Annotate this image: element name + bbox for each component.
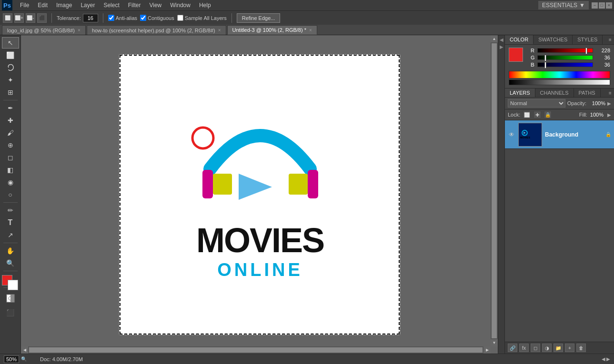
zoom-input[interactable] bbox=[4, 355, 19, 363]
eyedropper-tool[interactable]: ✒ bbox=[2, 102, 19, 114]
color-gray-bar[interactable] bbox=[509, 79, 610, 85]
b-slider[interactable] bbox=[537, 62, 593, 67]
magic-wand-tool[interactable]: ✦ bbox=[2, 74, 19, 86]
color-spectrum-bar[interactable] bbox=[509, 71, 610, 79]
sample-all-checkbox[interactable]: Sample All Layers bbox=[177, 15, 227, 21]
b-thumb[interactable] bbox=[544, 62, 546, 69]
r-slider[interactable] bbox=[537, 48, 593, 53]
dodge-tool[interactable]: ○ bbox=[2, 189, 19, 200]
tab-layers[interactable]: LAYERS bbox=[505, 89, 535, 97]
tab-styles[interactable]: STYLES bbox=[573, 35, 603, 44]
menu-window[interactable]: Window bbox=[166, 1, 194, 10]
contiguous-checkbox[interactable]: Contiguous bbox=[140, 15, 174, 21]
scroll-up-arrow[interactable]: ▲ bbox=[491, 35, 498, 42]
menu-help[interactable]: Help bbox=[195, 1, 215, 10]
blur-tool[interactable]: ◉ bbox=[2, 177, 19, 188]
tool-mode-subtract[interactable]: ⬜- bbox=[26, 13, 35, 23]
tab-close-3[interactable]: × bbox=[309, 28, 312, 33]
scroll-y-thumb[interactable] bbox=[492, 43, 497, 338]
refine-edge-button[interactable]: Refine Edge... bbox=[237, 13, 281, 23]
lock-position-icon[interactable]: ✚ bbox=[533, 111, 541, 118]
tolerance-input[interactable] bbox=[83, 14, 98, 22]
status-right-arrow[interactable]: ▶ bbox=[606, 356, 610, 362]
crop-tool[interactable]: ⊞ bbox=[2, 87, 19, 98]
restore-button[interactable]: □ bbox=[599, 2, 605, 9]
scroll-x-thumb[interactable] bbox=[29, 347, 483, 353]
tab-close-1[interactable]: × bbox=[78, 28, 81, 33]
healing-tool[interactable]: ✚ bbox=[2, 115, 19, 126]
menu-layer[interactable]: Layer bbox=[77, 1, 99, 10]
r-thumb[interactable] bbox=[585, 48, 587, 54]
tab-logo-id[interactable]: logo_id.jpg @ 50% (RGB/8#) × bbox=[2, 25, 86, 35]
tool-mode-new[interactable]: ⬜ bbox=[3, 13, 12, 23]
color-preview-swatch[interactable] bbox=[509, 48, 523, 62]
screen-mode-btn[interactable]: ⬛ bbox=[2, 307, 19, 318]
tool-mode-add[interactable]: ⬜+ bbox=[14, 13, 24, 23]
lock-all-icon[interactable]: 🔒 bbox=[544, 111, 552, 118]
status-left-arrow[interactable]: ◀ bbox=[602, 356, 605, 362]
opacity-arrow-icon[interactable]: ▶ bbox=[607, 101, 611, 106]
g-slider[interactable] bbox=[537, 55, 593, 60]
tab-color[interactable]: COLOR bbox=[505, 35, 533, 44]
layer-link-button[interactable]: 🔗 bbox=[508, 344, 517, 352]
lock-pixels-icon[interactable]: ⬜ bbox=[523, 111, 531, 118]
opacity-value: 100% bbox=[588, 100, 605, 106]
blend-mode-select[interactable]: Normal bbox=[508, 99, 565, 108]
canvas-horizontal-scrollbar[interactable]: ◀ ▶ bbox=[21, 346, 491, 354]
fill-arrow-icon[interactable]: ▶ bbox=[607, 112, 611, 118]
essentials-button[interactable]: ESSENTIALS ▼ bbox=[538, 1, 589, 10]
panel-collapse-arrow[interactable]: ◀ ▶ bbox=[498, 35, 504, 354]
layer-visibility-toggle[interactable]: 👁 bbox=[508, 131, 515, 138]
menu-file[interactable]: File bbox=[16, 1, 33, 10]
tab-close-2[interactable]: × bbox=[218, 28, 221, 33]
layer-mask-button[interactable]: ◻ bbox=[531, 344, 540, 352]
pen-tool[interactable]: ✏ bbox=[2, 205, 19, 216]
menu-select[interactable]: Select bbox=[100, 1, 123, 10]
antialias-check[interactable] bbox=[108, 15, 114, 21]
tab-untitled-3[interactable]: Untitled-3 @ 100% (2, RGB/8) * × bbox=[227, 25, 317, 35]
close-button[interactable]: × bbox=[606, 2, 612, 9]
hand-tool[interactable]: ✋ bbox=[2, 245, 19, 256]
menu-view[interactable]: View bbox=[145, 1, 165, 10]
layer-folder-button[interactable]: 📁 bbox=[554, 344, 563, 352]
contiguous-check[interactable] bbox=[140, 15, 146, 21]
menu-edit[interactable]: Edit bbox=[34, 1, 51, 10]
quick-mask-btn[interactable] bbox=[2, 293, 19, 304]
scroll-down-arrow[interactable]: ▼ bbox=[491, 339, 498, 346]
menu-filter[interactable]: Filter bbox=[124, 1, 145, 10]
clone-stamp-tool[interactable]: ⊕ bbox=[2, 139, 19, 151]
minimize-button[interactable]: − bbox=[592, 2, 598, 9]
path-select-tool[interactable]: ↗ bbox=[2, 229, 19, 241]
lasso-tool[interactable] bbox=[2, 62, 19, 73]
canvas-vertical-scrollbar[interactable]: ▲ ▼ bbox=[491, 35, 498, 346]
tab-how-to[interactable]: how-to (screenshot helper).psd @ 100% (2… bbox=[87, 25, 226, 35]
scroll-left-arrow[interactable]: ◀ bbox=[21, 346, 28, 354]
brush-tool[interactable]: 🖌 bbox=[2, 127, 19, 138]
color-panel-menu-icon[interactable]: ≡ bbox=[606, 35, 614, 44]
tool-mode-intersect[interactable]: ⬛ bbox=[37, 13, 47, 23]
delete-layer-button[interactable]: 🗑 bbox=[576, 344, 586, 352]
move-tool[interactable]: ↖ bbox=[2, 37, 19, 49]
new-layer-button[interactable]: + bbox=[565, 344, 574, 352]
layer-background[interactable]: 👁 MOVIES Background 🔒 bbox=[505, 120, 614, 149]
tab-channels[interactable]: CHANNELS bbox=[535, 89, 574, 97]
canvas-area[interactable]: MOVIES ONLINE ▲ ▼ ◀ ▶ bbox=[21, 35, 498, 354]
eraser-tool[interactable]: ◻ bbox=[2, 152, 19, 163]
layer-fx-button[interactable]: fx bbox=[519, 344, 529, 352]
text-tool[interactable]: T bbox=[2, 217, 19, 228]
zoom-icon[interactable]: 🔍 bbox=[21, 356, 27, 362]
layers-panel-menu-icon[interactable]: ≡ bbox=[606, 89, 614, 97]
tab-paths[interactable]: PATHS bbox=[574, 89, 601, 97]
zoom-tool[interactable]: 🔍 bbox=[2, 257, 19, 269]
layer-adjustment-button[interactable]: ◑ bbox=[542, 344, 552, 352]
layer-thumb-svg: MOVIES bbox=[519, 124, 541, 146]
antialias-checkbox[interactable]: Anti-alias bbox=[108, 15, 137, 21]
background-color[interactable] bbox=[8, 280, 18, 290]
g-thumb[interactable] bbox=[544, 55, 546, 61]
marquee-tool[interactable]: ⬜ bbox=[2, 49, 19, 61]
sample-all-check[interactable] bbox=[177, 15, 183, 21]
gradient-tool[interactable]: ◧ bbox=[2, 164, 19, 176]
menu-image[interactable]: Image bbox=[52, 1, 76, 10]
tab-swatches[interactable]: SWATCHES bbox=[533, 35, 573, 44]
scroll-right-arrow[interactable]: ▶ bbox=[483, 346, 491, 354]
